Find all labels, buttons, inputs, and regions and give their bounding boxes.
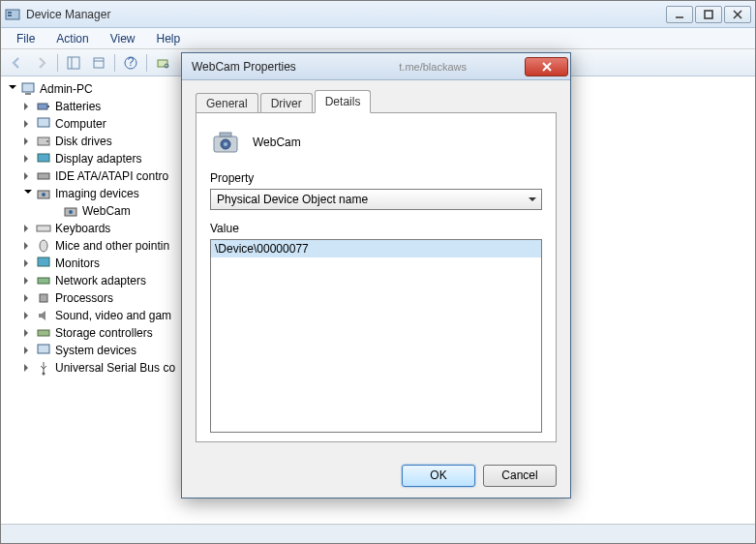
properties-toolbar-button[interactable] (87, 52, 110, 74)
disk-icon (36, 134, 51, 149)
tab-content-details: WebCam Property Physical Device Object n… (196, 112, 557, 442)
keyboard-icon (36, 221, 51, 236)
property-select-wrap: Physical Device Object name (210, 189, 542, 210)
expand-icon[interactable] (22, 101, 34, 112)
dialog-titlebar[interactable]: WebCam Properties t.me/blackaws (182, 53, 570, 80)
svg-point-28 (69, 210, 73, 214)
ok-button[interactable]: OK (402, 465, 475, 487)
tab-driver[interactable]: Driver (260, 93, 313, 113)
svg-rect-20 (38, 118, 49, 127)
menu-file[interactable]: File (7, 30, 45, 47)
expand-icon[interactable] (22, 362, 34, 374)
tab-details[interactable]: Details (315, 90, 372, 113)
svg-rect-2 (8, 15, 12, 16)
svg-rect-31 (38, 257, 49, 266)
svg-text:?: ? (128, 56, 135, 69)
computer-icon (36, 116, 51, 132)
minimize-button[interactable] (666, 6, 693, 23)
value-row[interactable]: \Device\00000077 (211, 240, 541, 257)
sound-icon (36, 308, 51, 323)
menubar: File Action View Help (1, 28, 755, 49)
tree-item-label: Imaging devices (55, 187, 139, 200)
tree-item-label: Disk drives (55, 135, 112, 148)
svg-rect-24 (38, 173, 49, 179)
expand-icon[interactable] (22, 275, 34, 287)
expand-icon[interactable] (22, 170, 34, 182)
expand-icon[interactable] (22, 292, 34, 304)
webcam-icon (63, 203, 78, 219)
tab-strip: General Driver Details (196, 90, 557, 113)
tree-item-label: Monitors (55, 257, 100, 270)
property-select[interactable]: Physical Device Object name (210, 189, 542, 210)
svg-rect-23 (38, 154, 49, 162)
camera-icon (36, 186, 51, 201)
device-name-label: WebCam (253, 136, 301, 149)
device-header: WebCam (210, 127, 542, 158)
watermark-text: t.me/blackaws (399, 61, 467, 73)
tree-item-label: Sound, video and gam (55, 309, 171, 322)
window-title: Device Manager (26, 8, 666, 21)
tab-general[interactable]: General (196, 93, 258, 113)
svg-point-41 (224, 142, 227, 146)
help-toolbar-button[interactable]: ? (119, 52, 142, 74)
svg-rect-9 (94, 58, 104, 68)
expand-icon[interactable] (22, 345, 34, 356)
value-listbox[interactable]: \Device\00000077 (210, 239, 542, 433)
menu-view[interactable]: View (101, 30, 145, 47)
close-button[interactable] (724, 6, 751, 23)
dialog-body: General Driver Details WebCam Property P… (182, 80, 570, 453)
tree-item-label: Network adapters (55, 274, 146, 287)
dialog-title: WebCam Properties (192, 60, 399, 74)
storage-icon (36, 325, 51, 341)
svg-rect-4 (705, 11, 712, 18)
expand-icon[interactable] (22, 118, 34, 130)
expand-icon[interactable] (22, 240, 34, 252)
app-icon (5, 7, 20, 22)
tree-item-label: Mice and other pointin (55, 239, 169, 253)
statusbar (1, 524, 755, 543)
expand-icon[interactable] (22, 153, 34, 165)
back-button[interactable] (5, 52, 28, 74)
svg-point-22 (46, 140, 48, 142)
expand-icon[interactable] (22, 327, 34, 339)
menu-help[interactable]: Help (147, 30, 191, 47)
svg-point-26 (42, 193, 45, 196)
dialog-footer: OK Cancel (182, 453, 570, 498)
display-icon (36, 151, 51, 166)
tree-item-label: Universal Serial Bus co (55, 361, 175, 375)
toolbar-separator (114, 54, 115, 72)
toolbar-separator (146, 54, 147, 72)
property-label: Property (210, 171, 542, 185)
tree-item-label: Storage controllers (55, 326, 153, 340)
maximize-button[interactable] (695, 6, 722, 23)
dialog-close-button[interactable] (525, 57, 568, 76)
expand-icon[interactable] (7, 83, 18, 95)
svg-rect-19 (47, 106, 49, 107)
network-icon (36, 273, 51, 288)
svg-point-36 (43, 373, 45, 376)
close-icon (541, 62, 553, 72)
cancel-button[interactable]: Cancel (483, 465, 557, 487)
svg-point-30 (40, 240, 47, 252)
svg-rect-42 (220, 133, 231, 136)
expand-icon[interactable] (22, 310, 34, 321)
expand-icon[interactable] (22, 223, 34, 234)
usb-icon (36, 360, 51, 376)
tree-item-label: WebCam (82, 204, 131, 218)
monitor-icon (36, 256, 51, 271)
svg-rect-29 (37, 226, 50, 231)
forward-button[interactable] (30, 52, 53, 74)
tree-root-label: Admin-PC (40, 82, 93, 96)
menu-action[interactable]: Action (46, 30, 98, 47)
tree-item-label: Batteries (55, 100, 101, 113)
tree-item-label: System devices (55, 344, 136, 357)
show-hide-tree-button[interactable] (62, 52, 85, 74)
expand-icon[interactable] (22, 188, 34, 199)
system-icon (36, 343, 51, 358)
scan-hardware-button[interactable] (151, 52, 174, 74)
svg-rect-35 (38, 345, 49, 353)
expand-icon[interactable] (22, 136, 34, 147)
tree-item-label: Display adapters (55, 152, 141, 166)
tree-item-label: Computer (55, 117, 106, 131)
expand-icon[interactable] (22, 257, 34, 269)
